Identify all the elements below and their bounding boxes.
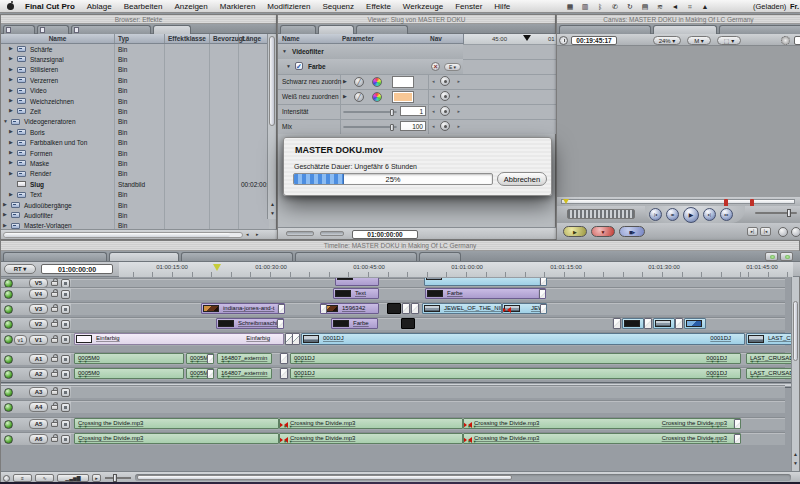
browser-row-weichzeichnen[interactable]: ▶WeichzeichnenBin [1, 96, 269, 106]
expand-icon[interactable]: ▶ [343, 78, 347, 84]
play-around-button[interactable]: ◂▸ [666, 208, 679, 221]
filter-reset-icon[interactable]: × [431, 62, 440, 71]
add-keyframe-button[interactable] [440, 106, 450, 116]
auto-select-icon[interactable] [61, 388, 70, 397]
prev-keyframe-icon[interactable]: ◂ [432, 123, 435, 129]
viewer-titlebar[interactable]: Viewer: Slug von MASTER DOKU [278, 15, 555, 24]
disclosure-closed-icon[interactable]: ▶ [9, 76, 13, 82]
disclosure-open-icon[interactable]: ▼ [286, 63, 291, 69]
zoom-slider[interactable] [105, 477, 131, 479]
clip-164807-extermin[interactable]: 164807_extermin▾ ▾ [217, 353, 272, 364]
browser-row-videogeneratoren[interactable]: ▼VideogeneratorenBin [1, 117, 269, 127]
clip-jewel-c[interactable]: JEWEL_C [502, 303, 547, 314]
keyframe-ruler[interactable]: 45:0001 [463, 34, 557, 44]
color-wheel-icon[interactable] [372, 92, 382, 102]
track-content-v3[interactable]: indiana-jones-and-t1596342JEWEL_OF_THE_N… [71, 302, 785, 315]
clip-crossing-the-divide-mp3[interactable]: Crossing the Divide.mp3▾ ▾ [279, 433, 463, 444]
disclosure-closed-icon[interactable]: ▶ [9, 107, 13, 113]
viewer-tab-video[interactable]: Video [280, 25, 316, 34]
menu-item-ablage[interactable]: Ablage [81, 2, 118, 11]
step-back-button[interactable]: |◂ [760, 227, 771, 236]
timeline-tab-lc-germany-making-of[interactable]: LC GERMANY MAKING OF [3, 252, 107, 261]
lock-icon[interactable] [51, 422, 58, 427]
disclosure-open-icon[interactable]: ▼ [282, 48, 287, 54]
browser-row-farbbalken-und-ton[interactable]: ▶Farbbalken und TonBin [1, 138, 269, 148]
browser-vertical-scrollbar[interactable]: ▲ ▼ [267, 34, 276, 219]
round-button[interactable] [791, 227, 800, 237]
auto-select-icon[interactable] [61, 305, 70, 314]
phone-icon[interactable]: ✆ [608, 0, 623, 13]
track-content-a1[interactable]: 0005M0▾ ▾0005M0▾ ▾164807_extermin▾ ▾0001… [71, 352, 785, 365]
clip-cyan[interactable] [622, 318, 644, 329]
audible-light[interactable] [4, 355, 13, 364]
menu-item-hilfe[interactable]: Hilfe [488, 2, 516, 11]
disclosure-closed-icon[interactable]: ▶ [3, 211, 7, 217]
bluetooth-icon[interactable]: ᛒ [593, 0, 608, 13]
track-button-a2[interactable]: A2 [29, 369, 48, 379]
rt-popup[interactable]: RT ▾ [4, 264, 36, 274]
visibility-light[interactable] [4, 305, 13, 314]
disclosure-closed-icon[interactable]: ▶ [9, 45, 13, 51]
play-yellow-button[interactable]: ▶ [563, 226, 587, 237]
disclosure-closed-icon[interactable]: ▶ [9, 55, 13, 61]
shuttle-thumb[interactable] [787, 209, 791, 217]
browser-row-video[interactable]: ▶VideoBin [1, 86, 269, 96]
audible-light[interactable] [4, 435, 13, 444]
canvas-duration-field[interactable]: 00:19:45:17 [571, 36, 617, 45]
menu-item-bearbeiten[interactable]: Bearbeiten [118, 2, 169, 11]
next-keyframe-icon[interactable]: ▸ [457, 123, 460, 129]
parameter-slider[interactable] [343, 126, 397, 128]
column-header-name[interactable]: Name [1, 34, 114, 44]
audible-light[interactable] [4, 370, 13, 379]
lock-icon[interactable] [51, 322, 58, 327]
prev-keyframe-icon[interactable]: ◂ [432, 108, 435, 114]
disclosure-closed-icon[interactable]: ▶ [9, 97, 13, 103]
disclosure-closed-icon[interactable]: ▶ [9, 87, 13, 93]
disclosure-closed-icon[interactable]: ▶ [9, 170, 13, 176]
clip-last-crus[interactable]: LAST_CRUS [746, 333, 793, 345]
lock-icon[interactable] [51, 372, 58, 377]
auto-select-icon[interactable] [61, 279, 70, 288]
clip-crossing-the-divide-mp3[interactable]: Crossing the Divide.mp3Crossing the Divi… [463, 433, 741, 444]
clip-indiana-jones-and-t[interactable]: indiana-jones-and-t [201, 303, 285, 314]
jog-wheel[interactable] [567, 209, 635, 219]
viewer-tab-bewegung[interactable]: Bewegung [356, 25, 408, 34]
scroll-up-icon[interactable]: ▲ [268, 200, 277, 209]
canvas-tab-master-doku[interactable]: MASTER DOKU [653, 25, 717, 34]
clip-cyan[interactable] [653, 318, 675, 329]
track-button-v2[interactable]: V2 [29, 319, 48, 329]
transition-icon[interactable] [734, 434, 741, 444]
timeline-titlebar[interactable]: Timeline: MASTER DOKU in Making Of LC Ge… [1, 241, 799, 251]
disclosure-open-icon[interactable]: ▼ [3, 118, 8, 124]
track-content-a3[interactable] [71, 385, 785, 398]
playhead-icon[interactable] [523, 35, 531, 44]
source-patch[interactable]: v1 [14, 335, 27, 345]
browser-row-sch-rfe[interactable]: ▶SchärfeBin [1, 44, 269, 54]
play-in-to-out-button[interactable]: ▸| [703, 208, 716, 221]
track-content-v4[interactable]: TextFarbe [71, 287, 785, 300]
clip-0001dj[interactable]: 0001DJ0001DJ▾ ▾▾ ▾ [290, 368, 741, 379]
wifi-icon[interactable]: ≋ [653, 0, 668, 13]
transition-icon[interactable] [411, 303, 419, 314]
clip-164807-extermin[interactable]: 164807_extermin▾ ▾ [217, 368, 272, 379]
menu-item-final-cut-pro[interactable]: Final Cut Pro [19, 2, 81, 11]
clip-jewel-of-the-nile-ger[interactable]: JEWEL_OF_THE_NILE_GER [422, 303, 502, 314]
slider-thumb[interactable] [390, 109, 394, 116]
clip-cyan[interactable] [424, 278, 547, 286]
disclosure-closed-icon[interactable]: ▶ [3, 201, 7, 207]
browser-tab-effekte[interactable]: Effekte [153, 25, 191, 34]
menu-item-modifizieren[interactable]: Modifizieren [261, 2, 316, 11]
transition-icon[interactable] [292, 333, 300, 345]
clip-farbe[interactable]: Farbe [425, 288, 546, 299]
scroll-down-icon[interactable]: ▼ [268, 209, 277, 218]
round-button[interactable] [778, 227, 788, 237]
clip-last-crusade-u[interactable]: LAST_CRUSADE_U▾ ▾ [746, 368, 793, 379]
lock-icon[interactable] [51, 437, 58, 442]
lock-icon[interactable] [51, 390, 58, 395]
clip-0005m0[interactable]: 0005M0▾ ▾ [74, 353, 184, 364]
transition-icon[interactable] [540, 278, 547, 286]
track-button-a3[interactable]: A3 [29, 387, 48, 397]
audible-light[interactable] [4, 388, 13, 397]
visibility-light[interactable] [4, 320, 13, 329]
lock-icon[interactable] [51, 405, 58, 410]
